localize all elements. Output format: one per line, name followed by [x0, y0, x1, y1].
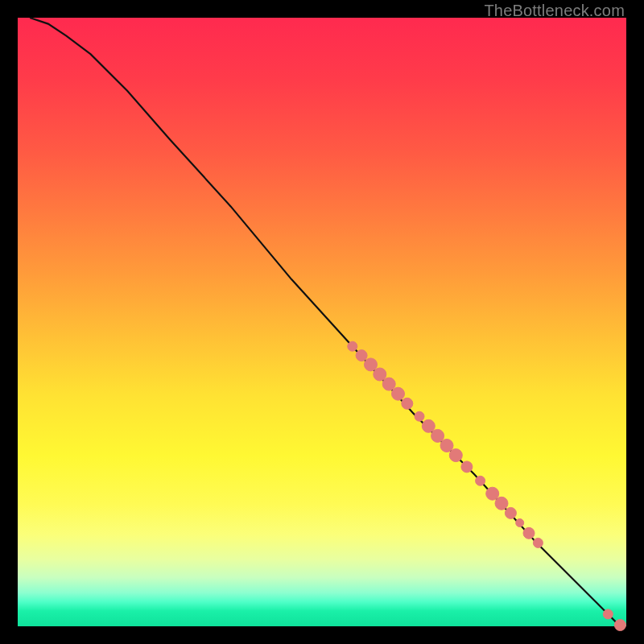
- data-point: [449, 449, 462, 462]
- chart-svg: [18, 18, 626, 626]
- data-point: [356, 350, 367, 361]
- data-point: [374, 368, 386, 381]
- data-point: [461, 461, 473, 473]
- data-point: [348, 341, 357, 351]
- data-point: [505, 507, 516, 518]
- data-point: [603, 609, 613, 619]
- chart-area: [18, 18, 626, 626]
- data-point: [422, 419, 435, 432]
- data-point: [533, 538, 543, 547]
- data-point: [523, 527, 535, 539]
- data-point: [495, 497, 508, 510]
- data-point: [486, 487, 499, 500]
- watermark-text: TheBottleneck.com: [484, 2, 625, 20]
- data-point: [431, 429, 444, 442]
- data-point: [392, 387, 405, 400]
- data-points-group: [348, 341, 626, 630]
- data-point: [382, 378, 395, 390]
- data-point: [476, 476, 485, 485]
- data-point: [402, 398, 413, 409]
- data-point: [516, 519, 524, 527]
- data-point: [415, 411, 424, 421]
- data-point: [440, 440, 453, 452]
- data-point: [614, 620, 625, 631]
- data-point: [365, 358, 378, 371]
